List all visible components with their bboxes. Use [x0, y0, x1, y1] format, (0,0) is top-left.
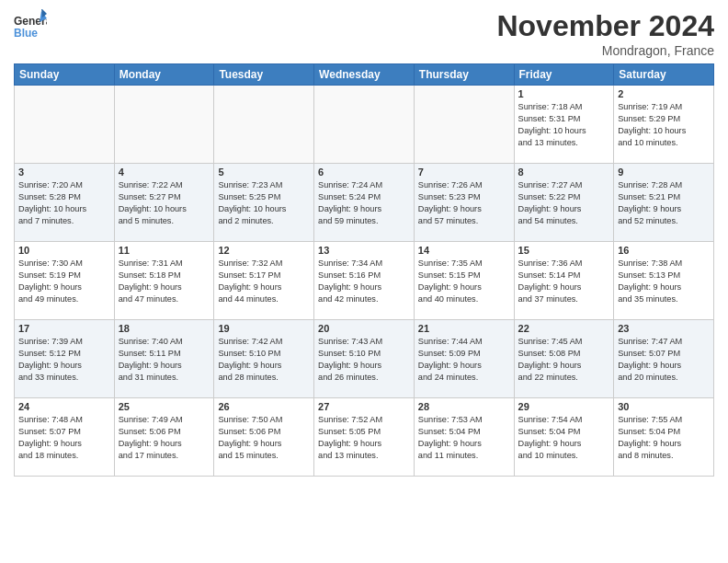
calendar-cell: 7Sunrise: 7:26 AM Sunset: 5:23 PM Daylig…	[414, 164, 514, 242]
day-info: Sunrise: 7:18 AM Sunset: 5:31 PM Dayligh…	[518, 101, 610, 149]
day-number: 8	[518, 167, 610, 178]
calendar-cell: 24Sunrise: 7:48 AM Sunset: 5:07 PM Dayli…	[15, 398, 115, 477]
calendar-cell	[314, 86, 415, 164]
day-number: 3	[18, 167, 110, 178]
day-info: Sunrise: 7:49 AM Sunset: 5:06 PM Dayligh…	[119, 414, 210, 462]
logo-bird-icon: General Blue	[14, 9, 47, 42]
month-title: November 2024	[496, 9, 714, 43]
calendar-week-2: 3Sunrise: 7:20 AM Sunset: 5:28 PM Daylig…	[15, 164, 714, 242]
calendar-cell: 19Sunrise: 7:42 AM Sunset: 5:10 PM Dayli…	[214, 320, 314, 398]
calendar-cell: 11Sunrise: 7:31 AM Sunset: 5:18 PM Dayli…	[114, 242, 214, 320]
day-number: 13	[318, 245, 410, 256]
calendar-cell: 9Sunrise: 7:28 AM Sunset: 5:21 PM Daylig…	[614, 164, 714, 242]
header-thursday: Thursday	[414, 64, 514, 86]
calendar-cell: 26Sunrise: 7:50 AM Sunset: 5:06 PM Dayli…	[214, 398, 314, 477]
day-info: Sunrise: 7:19 AM Sunset: 5:29 PM Dayligh…	[618, 101, 710, 149]
calendar-cell: 15Sunrise: 7:36 AM Sunset: 5:14 PM Dayli…	[514, 242, 614, 320]
day-number: 1	[518, 88, 610, 99]
day-number: 22	[518, 323, 610, 334]
calendar-cell: 6Sunrise: 7:24 AM Sunset: 5:24 PM Daylig…	[314, 164, 415, 242]
day-number: 25	[119, 401, 210, 412]
day-info: Sunrise: 7:52 AM Sunset: 5:05 PM Dayligh…	[318, 414, 410, 462]
day-number: 19	[218, 323, 310, 334]
calendar-cell: 21Sunrise: 7:44 AM Sunset: 5:09 PM Dayli…	[414, 320, 514, 398]
day-number: 12	[218, 245, 310, 256]
day-info: Sunrise: 7:38 AM Sunset: 5:13 PM Dayligh…	[618, 258, 710, 305]
day-info: Sunrise: 7:55 AM Sunset: 5:04 PM Dayligh…	[618, 414, 710, 462]
day-info: Sunrise: 7:47 AM Sunset: 5:07 PM Dayligh…	[618, 336, 710, 384]
day-number: 9	[618, 167, 710, 178]
calendar-cell: 18Sunrise: 7:40 AM Sunset: 5:11 PM Dayli…	[114, 320, 214, 398]
calendar-cell	[414, 86, 514, 164]
calendar-cell: 14Sunrise: 7:35 AM Sunset: 5:15 PM Dayli…	[414, 242, 514, 320]
header-monday: Monday	[114, 64, 214, 86]
day-number: 20	[318, 323, 410, 334]
day-number: 5	[218, 167, 310, 178]
day-number: 30	[618, 401, 710, 412]
day-number: 26	[218, 401, 310, 412]
day-info: Sunrise: 7:54 AM Sunset: 5:04 PM Dayligh…	[518, 414, 610, 462]
day-info: Sunrise: 7:42 AM Sunset: 5:10 PM Dayligh…	[218, 336, 310, 384]
header-saturday: Saturday	[614, 64, 714, 86]
logo: General Blue	[14, 9, 47, 42]
day-info: Sunrise: 7:36 AM Sunset: 5:14 PM Dayligh…	[518, 258, 610, 305]
calendar-week-4: 17Sunrise: 7:39 AM Sunset: 5:12 PM Dayli…	[15, 320, 714, 398]
day-info: Sunrise: 7:27 AM Sunset: 5:22 PM Dayligh…	[518, 179, 610, 227]
calendar-cell: 5Sunrise: 7:23 AM Sunset: 5:25 PM Daylig…	[214, 164, 314, 242]
calendar-week-3: 10Sunrise: 7:30 AM Sunset: 5:19 PM Dayli…	[15, 242, 714, 320]
day-number: 28	[418, 401, 510, 412]
day-info: Sunrise: 7:40 AM Sunset: 5:11 PM Dayligh…	[119, 336, 210, 384]
day-info: Sunrise: 7:50 AM Sunset: 5:06 PM Dayligh…	[218, 414, 310, 462]
day-number: 24	[18, 401, 110, 412]
day-info: Sunrise: 7:35 AM Sunset: 5:15 PM Dayligh…	[418, 258, 510, 305]
calendar-table: Sunday Monday Tuesday Wednesday Thursday…	[14, 63, 714, 477]
day-info: Sunrise: 7:22 AM Sunset: 5:27 PM Dayligh…	[119, 179, 210, 227]
day-info: Sunrise: 7:34 AM Sunset: 5:16 PM Dayligh…	[318, 258, 410, 305]
calendar-cell: 17Sunrise: 7:39 AM Sunset: 5:12 PM Dayli…	[15, 320, 115, 398]
weekday-header-row: Sunday Monday Tuesday Wednesday Thursday…	[15, 64, 714, 86]
header-friday: Friday	[514, 64, 614, 86]
day-info: Sunrise: 7:26 AM Sunset: 5:23 PM Dayligh…	[418, 179, 510, 227]
day-number: 15	[518, 245, 610, 256]
day-info: Sunrise: 7:43 AM Sunset: 5:10 PM Dayligh…	[318, 336, 410, 384]
page: General Blue November 2024 Mondragon, Fr…	[0, 0, 728, 563]
day-number: 2	[618, 88, 710, 99]
calendar-cell: 27Sunrise: 7:52 AM Sunset: 5:05 PM Dayli…	[314, 398, 415, 477]
day-info: Sunrise: 7:48 AM Sunset: 5:07 PM Dayligh…	[18, 414, 110, 462]
day-number: 27	[318, 401, 410, 412]
calendar-cell: 12Sunrise: 7:32 AM Sunset: 5:17 PM Dayli…	[214, 242, 314, 320]
calendar-cell: 20Sunrise: 7:43 AM Sunset: 5:10 PM Dayli…	[314, 320, 415, 398]
day-info: Sunrise: 7:31 AM Sunset: 5:18 PM Dayligh…	[119, 258, 210, 305]
title-block: November 2024 Mondragon, France	[496, 9, 714, 58]
header-tuesday: Tuesday	[214, 64, 314, 86]
day-info: Sunrise: 7:39 AM Sunset: 5:12 PM Dayligh…	[18, 336, 110, 384]
calendar-cell: 8Sunrise: 7:27 AM Sunset: 5:22 PM Daylig…	[514, 164, 614, 242]
logo-container: General Blue	[14, 9, 47, 42]
calendar-cell: 4Sunrise: 7:22 AM Sunset: 5:27 PM Daylig…	[114, 164, 214, 242]
header-wednesday: Wednesday	[314, 64, 415, 86]
day-number: 23	[618, 323, 710, 334]
calendar-cell: 23Sunrise: 7:47 AM Sunset: 5:07 PM Dayli…	[614, 320, 714, 398]
calendar-week-5: 24Sunrise: 7:48 AM Sunset: 5:07 PM Dayli…	[15, 398, 714, 477]
calendar-cell: 2Sunrise: 7:19 AM Sunset: 5:29 PM Daylig…	[614, 86, 714, 164]
calendar-week-1: 1Sunrise: 7:18 AM Sunset: 5:31 PM Daylig…	[15, 86, 714, 164]
calendar-cell: 3Sunrise: 7:20 AM Sunset: 5:28 PM Daylig…	[15, 164, 115, 242]
calendar-cell: 25Sunrise: 7:49 AM Sunset: 5:06 PM Dayli…	[114, 398, 214, 477]
day-number: 4	[119, 167, 210, 178]
day-info: Sunrise: 7:24 AM Sunset: 5:24 PM Dayligh…	[318, 179, 410, 227]
day-number: 14	[418, 245, 510, 256]
calendar-cell: 28Sunrise: 7:53 AM Sunset: 5:04 PM Dayli…	[414, 398, 514, 477]
day-info: Sunrise: 7:45 AM Sunset: 5:08 PM Dayligh…	[518, 336, 610, 384]
day-info: Sunrise: 7:53 AM Sunset: 5:04 PM Dayligh…	[418, 414, 510, 462]
day-number: 21	[418, 323, 510, 334]
calendar-cell	[15, 86, 115, 164]
calendar-cell: 30Sunrise: 7:55 AM Sunset: 5:04 PM Dayli…	[614, 398, 714, 477]
day-info: Sunrise: 7:44 AM Sunset: 5:09 PM Dayligh…	[418, 336, 510, 384]
calendar-cell	[214, 86, 314, 164]
calendar-cell: 1Sunrise: 7:18 AM Sunset: 5:31 PM Daylig…	[514, 86, 614, 164]
day-number: 18	[119, 323, 210, 334]
day-number: 29	[518, 401, 610, 412]
day-number: 10	[18, 245, 110, 256]
location: Mondragon, France	[496, 43, 714, 58]
calendar-cell: 16Sunrise: 7:38 AM Sunset: 5:13 PM Dayli…	[614, 242, 714, 320]
